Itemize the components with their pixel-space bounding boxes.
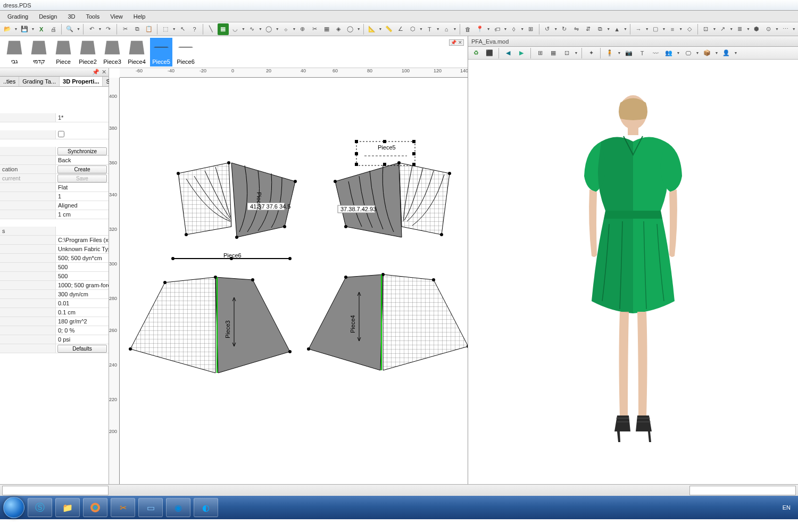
close-icon[interactable]: ✕ (101, 69, 107, 76)
text2-icon[interactable]: T (636, 47, 648, 59)
measure-icon[interactable]: 📐 (367, 23, 377, 35)
compass-icon[interactable]: ⊙ (763, 23, 774, 35)
taskbar-explorer[interactable]: 📁 (55, 498, 80, 517)
cut-icon[interactable]: ✂ (120, 23, 130, 35)
pattern-piece3[interactable]: Piece3 (128, 267, 293, 378)
avatar-icon[interactable]: 🧍 (604, 47, 616, 59)
recycle-icon[interactable]: ♻ (470, 47, 482, 59)
paste-icon[interactable]: 📋 (144, 23, 154, 35)
piece-item[interactable]: Piece3 (101, 38, 123, 66)
open-icon[interactable]: 📂 (2, 23, 13, 35)
curve-icon[interactable]: ∿ (246, 23, 257, 35)
dots-icon[interactable]: ⋯ (780, 23, 791, 35)
piece-item[interactable]: גבי (3, 38, 26, 66)
view2-icon[interactable]: ▦ (547, 47, 559, 59)
mirror-icon[interactable]: ⧉ (595, 23, 605, 35)
menu-tools[interactable]: Tools (80, 12, 105, 21)
view1-icon[interactable]: ⊞ (534, 47, 546, 59)
line-icon[interactable]: ╲ (206, 23, 217, 35)
arrow2-icon[interactable]: ↗ (718, 23, 728, 35)
pattern-piece4[interactable]: Piece4 (306, 264, 468, 376)
ellipse-icon[interactable]: ◯ (345, 23, 355, 35)
tab-3d-properties[interactable]: 3D Properti... (60, 77, 103, 86)
select-icon[interactable]: ⬚ (160, 23, 171, 35)
rect-icon[interactable]: ▦ (218, 23, 228, 35)
excel-icon[interactable]: X (36, 23, 47, 35)
home-icon[interactable]: ⌂ (441, 23, 452, 35)
selection-box[interactable]: Piece5 (354, 139, 418, 171)
view3-icon[interactable]: ⊡ (561, 47, 572, 59)
piece-item-selected[interactable]: Piece5 (150, 38, 172, 66)
create-button[interactable]: Create (57, 165, 107, 173)
system-tray[interactable]: EN (783, 504, 795, 511)
stack-icon[interactable]: ≡ (667, 23, 678, 35)
text-icon[interactable]: T (424, 23, 435, 35)
box2-icon[interactable]: 📦 (701, 47, 713, 59)
piece-item[interactable]: Piece (52, 38, 74, 66)
start-button[interactable] (3, 497, 24, 518)
save-icon[interactable]: 💾 (19, 23, 30, 35)
angle-icon[interactable]: ∠ (395, 23, 406, 35)
redo-icon[interactable]: ↷ (103, 23, 114, 35)
wave-icon[interactable]: 〰 (650, 47, 661, 59)
3d-viewport[interactable] (468, 60, 798, 484)
play-icon[interactable]: ▶ (516, 47, 527, 59)
rotate-cw-icon[interactable]: ↻ (559, 23, 569, 35)
prev-icon[interactable]: ◀ (502, 47, 514, 59)
scissors2-icon[interactable]: ✂ (309, 23, 320, 35)
help-icon[interactable]: ? (189, 23, 200, 35)
pattern-piece6[interactable]: Piece6 (170, 253, 293, 264)
arrow-r-icon[interactable]: → (633, 23, 644, 35)
flip-v-icon[interactable]: ⇵ (583, 23, 593, 35)
pointer-icon[interactable]: ↖ (177, 23, 188, 35)
taskbar-chrome[interactable] (83, 498, 107, 517)
ruler-icon[interactable]: 📏 (384, 23, 394, 35)
taskbar-app3[interactable]: ◐ (194, 498, 218, 517)
tri-icon[interactable]: ▲ (611, 23, 622, 35)
pattern-canvas[interactable]: -60 -40 -20 0 20 40 60 80 100 120 140 40… (109, 68, 468, 484)
box-icon[interactable]: ▢ (650, 23, 661, 35)
menu-grading[interactable]: Grading (2, 12, 34, 21)
taskbar-app1[interactable]: ✂ (111, 498, 135, 517)
delete-icon[interactable]: 🗑 (463, 23, 473, 35)
pin-icon[interactable]: 📍 (475, 23, 485, 35)
screen-icon[interactable]: 🖵 (682, 47, 694, 59)
menu-help[interactable]: Help (128, 12, 151, 21)
undo-icon[interactable]: ↶ (86, 23, 97, 35)
pin-icon[interactable]: 📌 (91, 69, 101, 76)
stop-icon[interactable]: ⬛ (484, 47, 495, 59)
point-icon[interactable]: ⊕ (297, 23, 308, 35)
tag-icon[interactable]: 🏷 (492, 23, 502, 35)
zoom-icon[interactable]: 🔍 (64, 23, 75, 35)
grid-icon[interactable]: ▦ (321, 23, 331, 35)
pattern-piece[interactable]: 41.97 37.6 34.5 Piece2 (162, 157, 311, 253)
tool1-icon[interactable]: ⟐ (280, 23, 291, 35)
person-icon[interactable]: 👤 (720, 47, 732, 59)
menu-view[interactable]: View (105, 12, 128, 21)
tool4-icon[interactable]: ◊ (509, 23, 519, 35)
taskbar-teamviewer[interactable]: ◉ (166, 498, 190, 517)
mesh-icon[interactable]: ✦ (585, 47, 597, 59)
menu-3d[interactable]: 3D (62, 12, 80, 21)
tab-properties[interactable]: ..ties (0, 77, 19, 86)
command-input[interactable] (2, 486, 109, 495)
dock-control[interactable]: 📌 ✕ (449, 39, 464, 46)
language-indicator[interactable]: EN (783, 504, 791, 511)
pattern-piece[interactable]: 37.38.7.42.93 (319, 157, 468, 253)
group-icon[interactable]: ⊡ (701, 23, 711, 35)
piece-item[interactable]: קדמי (28, 38, 50, 66)
copy-icon[interactable]: ⧉ (131, 23, 142, 35)
piece-item[interactable]: Piece2 (77, 38, 99, 66)
flip-h-icon[interactable]: ⇋ (571, 23, 581, 35)
circle-icon[interactable]: ◯ (263, 23, 274, 35)
print-icon[interactable]: 🖨 (48, 23, 59, 35)
diamond-icon[interactable]: ◇ (684, 23, 694, 35)
camera-icon[interactable]: 📷 (623, 47, 635, 59)
piece-item[interactable]: Piece6 (174, 38, 197, 66)
taskbar-skype[interactable]: Ⓢ (28, 498, 52, 517)
tool2-icon[interactable]: ◈ (333, 23, 344, 35)
tab-grading[interactable]: Grading Ta... (19, 77, 60, 86)
rotate-ccw-icon[interactable]: ↺ (542, 23, 553, 35)
align-icon[interactable]: ⊞ (525, 23, 536, 35)
arc-icon[interactable]: ◡ (230, 23, 240, 35)
